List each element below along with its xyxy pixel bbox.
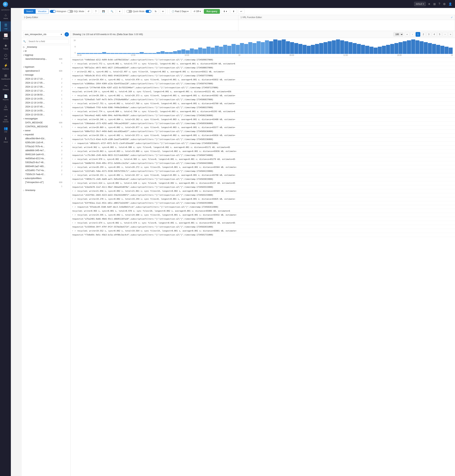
sidebar-item-iam[interactable]: 👥 IAM (0, 125, 11, 135)
field-eq-action[interactable]: = (64, 101, 66, 104)
chart-bar[interactable] (169, 52, 173, 54)
chart-bar[interactable] (227, 46, 231, 54)
table-row[interactable]: requestid:"b1be5b78-12a7-42c1-90af-58dad… (71, 185, 455, 189)
histogram-switch[interactable] (50, 10, 56, 13)
chart-bar[interactable] (102, 52, 106, 54)
table-row[interactable]: requestid:"c632f50c-2603-4223-bd22-55b24… (71, 193, 455, 197)
table-row[interactable]: = ≠ recycled; write=24.595 s, sync=0.002… (71, 213, 455, 217)
field-neq-action[interactable]: ≠ (67, 101, 69, 104)
table-row[interactable]: = ≠ requestid:"d05dcb7c-b72f-4972-9cf2-c… (71, 141, 455, 145)
theme-icon[interactable]: ☀ (427, 2, 431, 7)
field-eq-action[interactable]: = (64, 62, 66, 64)
table-row[interactable]: recycled; write=0.154 s, sync=0.002 s, t… (71, 90, 455, 94)
field-group-id[interactable]: ▾ id (22, 49, 70, 53)
expand-icon[interactable]: ⤢ (451, 16, 453, 19)
per-page-select[interactable]: 100 50 25 (393, 32, 403, 37)
page-2-button[interactable]: 2 (421, 32, 426, 37)
chart-bar[interactable] (424, 42, 428, 54)
sidebar-item-logs[interactable]: ☰ Logs (0, 21, 11, 32)
chart-bar[interactable] (140, 52, 144, 54)
chart-bar[interactable] (436, 45, 440, 54)
field-eq-action[interactable]: = (64, 86, 66, 88)
field-neq-action[interactable]: ≠ (67, 81, 69, 84)
field-neq-action[interactable]: ≠ (67, 86, 69, 88)
list-item[interactable]: ddfe8866-34f5-4e7... 3 = ≠ (22, 148, 70, 153)
chart-bar[interactable] (319, 43, 323, 54)
chart-bar[interactable] (349, 42, 352, 54)
table-row[interactable]: requestid:"688ef512-39cf-4456-8a81-bdca5… (71, 129, 455, 133)
field-neq-action[interactable]: ≠ (67, 94, 69, 96)
org-selector[interactable]: default ▾ (414, 2, 426, 6)
field-eq-action[interactable]: = (64, 97, 66, 100)
page-next-button[interactable]: › (443, 32, 447, 37)
chart-bar[interactable] (440, 46, 444, 54)
table-row[interactable]: = ≠ recycled; write=3.674 s, sync=0.002 … (71, 221, 455, 225)
field-neq-action[interactable]: ≠ (67, 58, 69, 60)
table-row[interactable]: = ≠ recycled; write=19.552 s, sync=0.002… (71, 229, 455, 233)
field-neq-action[interactable]: ≠ (67, 97, 69, 100)
table-row[interactable]: = ≠ recycled; write=3.772 s, sync=0.002 … (71, 62, 455, 66)
field-eq-action[interactable]: = (64, 105, 66, 108)
chart-bar[interactable] (148, 53, 152, 54)
table-row[interactable]: requestid:"5c55954d-39ff-479f-9f2f-557bb… (71, 225, 455, 229)
page-next-next-button[interactable]: » (448, 32, 453, 37)
list-item[interactable]: 53026a25-8cc7-46... 2 = ≠ (22, 161, 70, 164)
chart-bar[interactable] (328, 41, 332, 54)
chart-bar[interactable] (215, 46, 219, 54)
field-eq-action[interactable]: = (64, 173, 66, 176)
download-button[interactable]: ⬇ ▾ (221, 9, 229, 14)
chart-bar[interactable] (374, 48, 378, 54)
table-row[interactable]: requestid:"5b68b743-3544-495c-9711-3e569… (71, 161, 455, 165)
field-search-input[interactable] (27, 39, 69, 44)
field-eq-action[interactable]: = (64, 157, 66, 160)
field-neq-action[interactable]: ≠ (67, 157, 69, 160)
chart-bar[interactable] (211, 48, 215, 54)
field-eq-action[interactable]: = (64, 181, 66, 184)
chart-bar[interactable] (278, 40, 282, 54)
field-eq-action[interactable]: = (64, 121, 66, 124)
list-item[interactable]: 2024-12-18 07:45:... 1 = ≠ (22, 105, 70, 109)
chart-bar[interactable] (390, 44, 394, 54)
field-neq-action[interactable]: ≠ (67, 173, 69, 176)
chart-bar[interactable] (85, 53, 89, 54)
table-row[interactable]: = ≠ recycled; write=19.278 s, sync=0.002… (71, 197, 455, 201)
chart-bar[interactable] (449, 48, 453, 54)
list-item[interactable]: 1 = ≠ (22, 61, 70, 65)
chart-bar[interactable] (445, 47, 448, 54)
list-item[interactable]: 1 = ≠ (22, 184, 70, 188)
list-item[interactable]: DATA_MESSAGE 608 = ≠ (22, 121, 70, 125)
field-group-loggroup[interactable]: ▾ loggroup (22, 53, 70, 57)
chart-bar[interactable] (340, 40, 344, 54)
table-row[interactable]: = ≠ recycled; write=19.454 s, sync=0.002… (71, 78, 455, 82)
chart-bar[interactable] (207, 47, 211, 54)
chart-bar[interactable] (265, 40, 269, 54)
table-row[interactable]: requestid:"485e9c36-97c5-4751-9665-9fd61… (71, 74, 455, 78)
list-item[interactable]: /aws/rds/instance/op... 608 = ≠ (22, 57, 70, 61)
share-button[interactable]: ⬆ (230, 9, 237, 14)
chart-bar[interactable] (248, 42, 252, 54)
sidebar-item-streams[interactable]: 〜 Streams (0, 82, 11, 92)
chart-bar[interactable] (115, 53, 119, 54)
field-neq-action[interactable]: ≠ (67, 89, 69, 92)
field-neq-action[interactable]: ≠ (67, 149, 69, 152)
chart-bar[interactable] (223, 45, 227, 54)
sidebar-item-reports[interactable]: 📄 Reports (0, 92, 11, 103)
chart-bar[interactable] (152, 53, 156, 54)
chart-bar[interactable] (240, 43, 244, 54)
list-item[interactable]: 6295c166-11d3-4f... 4 = ≠ (22, 141, 70, 145)
page-4-button[interactable]: 4 (432, 32, 437, 37)
save-button[interactable]: 💾 (100, 9, 107, 14)
field-neq-action[interactable]: ≠ (67, 165, 69, 168)
auto-refresh-button[interactable]: ↺ Off ▾ (192, 9, 203, 14)
chart-bar[interactable] (398, 42, 403, 54)
vrl-editor-body[interactable] (238, 20, 455, 31)
refresh-button[interactable]: ↺ (85, 9, 92, 14)
field-group-requestid[interactable]: ▾ requestid (22, 133, 70, 137)
table-row[interactable]: requestid:"63ff83ea-11a1-453c-b81c-d8817… (71, 201, 455, 205)
chart-bar[interactable] (77, 53, 81, 54)
search-button[interactable]: Search (24, 9, 35, 14)
chart-bar[interactable] (290, 42, 294, 54)
field-eq-action[interactable]: = (64, 89, 66, 92)
chart-bar[interactable] (365, 46, 369, 54)
chart-bar[interactable] (177, 50, 181, 54)
